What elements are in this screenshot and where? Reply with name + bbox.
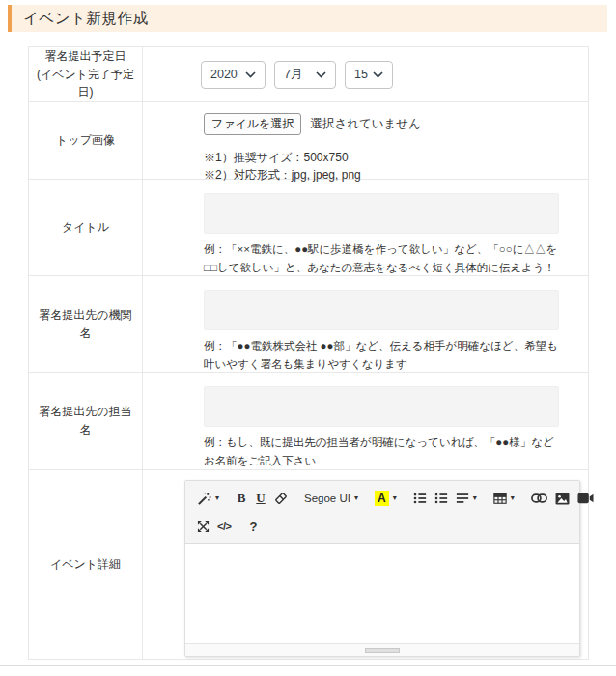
font-color-dropdown-button[interactable]: A ▾: [371, 488, 401, 509]
page-title: イベント新規作成: [23, 9, 148, 29]
page-header: イベント新規作成: [8, 5, 607, 32]
day-select[interactable]: 15: [345, 61, 393, 89]
image-note-size: ※1）推奨サイズ：500x750: [204, 149, 569, 166]
caret-icon: ▾: [511, 494, 515, 502]
code-view-button[interactable]: </>: [213, 516, 235, 537]
editor-toolbar: ▾ B U: [185, 481, 579, 544]
code-view-label: </>: [217, 521, 231, 532]
font-color-swatch: A: [375, 491, 389, 506]
editor-resize-handle[interactable]: [185, 643, 579, 656]
list-ul-icon: [413, 492, 427, 505]
eraser-icon: [274, 492, 288, 505]
title-input[interactable]: [204, 193, 559, 234]
organization-value-cell: 例：「●●電鉄株式会社 ●●部」など、伝える相手が明確なほど、希望も叶いやすく署…: [143, 276, 594, 372]
clear-format-button[interactable]: [270, 488, 292, 509]
chevron-down-icon: [245, 71, 256, 78]
help-button[interactable]: ?: [243, 516, 263, 537]
row-title: タイトル 例：「××電鉄に、●●駅に歩道橋を作って欲しい」など、「○○に△△を□…: [29, 180, 588, 276]
font-family-dropdown-button[interactable]: Segoe UI ▾: [300, 488, 362, 509]
field-label-organization: 署名提出先の機関名: [29, 276, 143, 372]
video-button[interactable]: [574, 488, 598, 509]
field-label-title: タイトル: [29, 180, 143, 275]
picture-icon: [555, 493, 570, 505]
caret-icon: ▾: [473, 494, 477, 502]
paragraph-dropdown-button[interactable]: ▾: [452, 488, 481, 509]
date-label-line1: 署名提出予定日: [45, 49, 126, 63]
image-value-cell: ファイルを選択 選択されていません ※1）推奨サイズ：500x750 ※2）対応…: [143, 102, 588, 179]
organization-hint: 例：「●●電鉄株式会社 ●●部」など、伝える相手が明確なほど、希望も叶いやすく署…: [204, 337, 563, 374]
title-hint: 例：「××電鉄に、●●駅に歩道橋を作って欲しい」など、「○○に△△を□□して欲し…: [204, 240, 563, 277]
field-label-top-image: トップ画像: [29, 102, 143, 179]
caret-icon: ▾: [215, 494, 219, 502]
contact-input[interactable]: [204, 386, 559, 427]
link-icon: [531, 493, 547, 503]
table-icon: [493, 492, 507, 505]
underline-label: U: [256, 491, 265, 506]
fullscreen-button[interactable]: [193, 516, 213, 537]
font-family-label: Segoe UI: [304, 493, 350, 504]
date-value-cell: 2020 7月 15: [143, 47, 588, 101]
bold-button[interactable]: B: [232, 488, 251, 509]
event-form: 署名提出予定日 (イベント完了予定日) 2020 7月 15: [28, 46, 589, 660]
field-label-contact: 署名提出先の担当名: [29, 373, 143, 469]
year-select-value: 2020: [210, 68, 238, 81]
resize-grip-icon: [365, 648, 400, 653]
chevron-down-icon: [373, 71, 383, 78]
fullscreen-icon: [197, 521, 210, 533]
organization-input[interactable]: [204, 290, 559, 330]
chevron-down-icon: [316, 71, 326, 78]
style-dropdown-button[interactable]: ▾: [193, 488, 223, 509]
year-select[interactable]: 2020: [201, 61, 266, 89]
underline-button[interactable]: U: [251, 488, 270, 509]
align-left-icon: [456, 492, 469, 505]
field-label-date: 署名提出予定日 (イベント完了予定日): [29, 47, 143, 101]
list-ol-icon: [434, 492, 448, 505]
help-label: ?: [249, 520, 257, 534]
day-select-value: 15: [354, 68, 368, 81]
ordered-list-button[interactable]: [431, 488, 452, 509]
month-select-value: 7月: [284, 67, 302, 83]
video-icon: [577, 493, 594, 504]
picture-button[interactable]: [551, 488, 574, 509]
unordered-list-button[interactable]: [409, 488, 431, 509]
title-value-cell: 例：「××電鉄に、●●駅に歩道橋を作って欲しい」など、「○○に△△を□□して欲し…: [143, 180, 594, 275]
row-submit-date: 署名提出予定日 (イベント完了予定日) 2020 7月 15: [29, 47, 588, 102]
magic-wand-icon: [197, 492, 211, 506]
file-select-button[interactable]: ファイルを選択: [204, 113, 301, 135]
table-dropdown-button[interactable]: ▾: [490, 488, 518, 509]
content-panel: イベント新規作成 署名提出予定日 (イベント完了予定日) 2020 7月: [0, 0, 616, 666]
row-organization: 署名提出先の機関名 例：「●●電鉄株式会社 ●●部」など、伝える相手が明確なほど…: [29, 276, 588, 373]
rich-text-editor: ▾ B U: [184, 480, 580, 657]
caret-icon: ▾: [393, 494, 397, 502]
caret-icon: ▾: [354, 494, 358, 502]
header-accent-bar: [8, 5, 12, 32]
month-select[interactable]: 7月: [274, 61, 336, 89]
file-status-text: 選択されていません: [310, 116, 421, 132]
editor-content-area[interactable]: [185, 544, 579, 643]
detail-value-cell: ▾ B U: [143, 470, 588, 659]
row-top-image: トップ画像 ファイルを選択 選択されていません ※1）推奨サイズ：500x750…: [29, 102, 588, 180]
contact-hint: 例：もし、既に提出先の担当者が明確になっていれば、「●●様」などお名前をご記入下…: [204, 434, 563, 470]
link-button[interactable]: [527, 488, 551, 509]
field-label-detail: イベント詳細: [29, 470, 143, 659]
contact-value-cell: 例：もし、既に提出先の担当者が明確になっていれば、「●●様」などお名前をご記入下…: [143, 373, 594, 469]
row-event-detail: イベント詳細 ▾ B U: [29, 470, 588, 659]
date-label-line2: (イベント完了予定日): [37, 68, 134, 99]
bold-label: B: [238, 491, 246, 506]
row-contact: 署名提出先の担当名 例：もし、既に提出先の担当者が明確になっていれば、「●●様」…: [29, 373, 588, 470]
